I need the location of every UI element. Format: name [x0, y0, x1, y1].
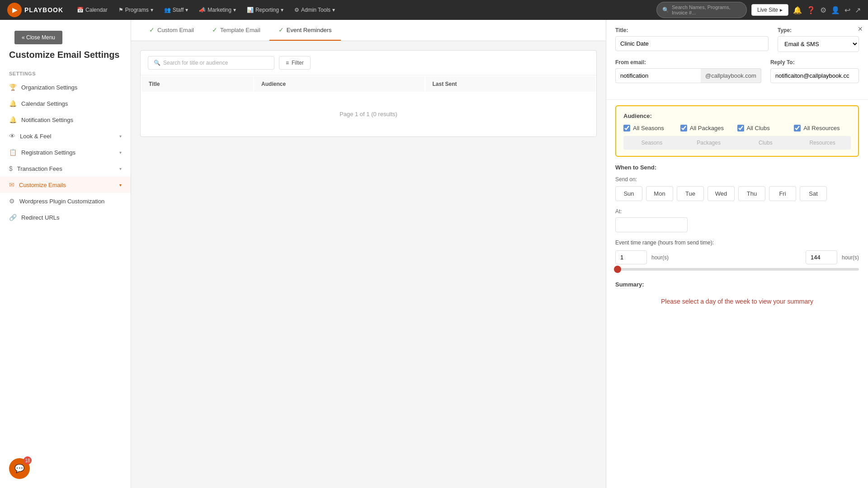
tab-template-email[interactable]: ✓ Template Email [203, 20, 269, 41]
trophy-icon: 🏆 [9, 84, 17, 91]
nav-item-calendar[interactable]: 📅 Calendar [72, 4, 112, 16]
chevron-down-icon: ▾ [119, 134, 122, 139]
audience-filter-tabs: Seasons Packages Clubs Resources [623, 136, 851, 150]
logo[interactable]: ▶ PLAYBOOK [7, 3, 63, 17]
search-input-container[interactable]: 🔍 Search for title or audience [148, 56, 274, 70]
gear-icon: ⚙ [9, 197, 15, 205]
all-packages-checkbox[interactable] [680, 125, 687, 131]
logo-icon: ▶ [7, 3, 22, 17]
summary-message: Please select a day of the week to view … [615, 293, 859, 310]
sidebar-item-redirect-urls[interactable]: 🔗 Redirect URLs [0, 209, 131, 225]
summary-label: Summary: [615, 281, 859, 288]
day-sat[interactable]: Sat [800, 186, 827, 201]
sidebar-item-customize-emails[interactable]: ✉ Customize Emails ▾ [0, 177, 131, 193]
content-and-detail: ✓ Custom Email ✓ Template Email ✓ Event … [131, 20, 868, 488]
range-min-input[interactable] [615, 250, 647, 264]
live-site-button[interactable]: Live Site ▸ [751, 4, 788, 16]
close-panel-button[interactable]: × [858, 24, 863, 34]
nav-item-staff[interactable]: 👥 Staff ▾ [160, 4, 193, 16]
audience-tab-resources[interactable]: Resources [794, 136, 851, 150]
all-clubs-check[interactable]: All Clubs [737, 125, 794, 131]
check-icon-event: ✓ [278, 26, 284, 33]
registration-icon: 📋 [9, 149, 17, 156]
audience-label: Audience: [623, 113, 851, 119]
tabs-bar: ✓ Custom Email ✓ Template Email ✓ Event … [131, 20, 606, 41]
sidebar-item-notification[interactable]: 🔔 Notification Settings [0, 112, 131, 128]
nav-item-programs[interactable]: ⚑ Programs ▾ [114, 4, 158, 16]
day-fri[interactable]: Fri [769, 186, 796, 201]
at-label: At: [615, 208, 859, 215]
day-tue[interactable]: Tue [677, 186, 704, 201]
top-search[interactable]: 🔍 Search Names, Programs, Invoice #... [656, 2, 747, 18]
all-clubs-checkbox[interactable] [737, 125, 744, 131]
external-icon[interactable]: ↗ [855, 6, 861, 14]
all-seasons-checkbox[interactable] [623, 125, 630, 131]
at-time-input[interactable] [615, 217, 688, 232]
range-thumb[interactable] [614, 266, 621, 273]
page-title: Customize Email Settings [0, 50, 131, 67]
day-sun[interactable]: Sun [615, 186, 642, 201]
from-email-label: From email: [615, 59, 761, 66]
tab-event-reminders[interactable]: ✓ Event Reminders [269, 20, 341, 41]
top-navigation: ▶ PLAYBOOK 📅 Calendar ⚑ Programs ▾ 👥 Sta… [0, 0, 868, 20]
help-icon[interactable]: ❓ [807, 6, 816, 14]
audience-checkboxes: All Seasons All Packages All Clubs All R… [623, 125, 851, 131]
chat-widget[interactable]: 💬 18 [9, 458, 30, 479]
filter-button[interactable]: ≡ Filter [279, 56, 311, 70]
title-label: Title: [615, 27, 769, 33]
all-resources-check[interactable]: All Resources [794, 125, 851, 131]
content-area: ✓ Custom Email ✓ Template Email ✓ Event … [131, 20, 606, 488]
tab-custom-email[interactable]: ✓ Custom Email [140, 20, 203, 41]
sidebar-item-registration[interactable]: 📋 Registration Settings ▾ [0, 144, 131, 160]
all-resources-checkbox[interactable] [794, 125, 801, 131]
range-max-input[interactable] [806, 250, 837, 264]
range-inputs: hour(s) hour(s) [615, 250, 859, 264]
reply-to-input[interactable] [770, 68, 859, 83]
sidebar-item-look-feel[interactable]: 👁 Look & Feel ▾ [0, 128, 131, 144]
day-mon[interactable]: Mon [646, 186, 673, 201]
settings-icon[interactable]: ⚙ [820, 6, 826, 14]
col-last-sent: Last Sent [425, 76, 595, 92]
title-input[interactable] [615, 36, 769, 51]
all-seasons-check[interactable]: All Seasons [623, 125, 680, 131]
main-layout: « Close Menu Customize Email Settings SE… [0, 20, 868, 488]
close-menu-button[interactable]: « Close Menu [14, 31, 62, 44]
reply-to-label: Reply To: [770, 59, 859, 66]
chat-badge: 18 [24, 456, 32, 465]
email-detail-panel: × Title: Type: Email & SMS [606, 20, 868, 488]
sidebar-item-calendar[interactable]: 🔔 Calendar Settings [0, 95, 131, 112]
sidebar-item-organization[interactable]: 🏆 Organization Settings [0, 79, 131, 95]
profile-icon[interactable]: 👤 [831, 6, 840, 14]
sidebar-item-wordpress[interactable]: ⚙ Wordpress Plugin Customization [0, 193, 131, 209]
day-wed[interactable]: Wed [708, 186, 735, 201]
table-header-row: Title Audience Last Sent [142, 76, 595, 92]
audience-tab-packages[interactable]: Packages [680, 136, 737, 150]
page-info: Page 1 of 1 (0 results) [149, 97, 588, 131]
chevron-down-icon-3: ▾ [119, 166, 122, 171]
audience-tab-clubs[interactable]: Clubs [737, 136, 794, 150]
notifications-icon[interactable]: 🔔 [793, 6, 802, 14]
calendar-bell-icon: 🔔 [9, 100, 17, 107]
all-packages-check[interactable]: All Packages [680, 125, 737, 131]
nav-item-marketing[interactable]: 📣 Marketing ▾ [194, 4, 241, 16]
day-thu[interactable]: Thu [738, 186, 765, 201]
audience-tab-seasons[interactable]: Seasons [623, 136, 680, 150]
event-range-label: Event time range (hours from send time): [615, 239, 859, 246]
history-icon[interactable]: ↩ [844, 6, 850, 14]
sidebar-item-transaction-fees[interactable]: $ Transaction Fees ▾ [0, 160, 131, 177]
left-panel: « Close Menu Customize Email Settings SE… [0, 20, 131, 488]
type-select[interactable]: Email & SMS [778, 36, 859, 52]
send-on-label: Send on: [615, 176, 859, 183]
check-icon-template: ✓ [212, 26, 217, 33]
check-icon-custom: ✓ [149, 26, 155, 33]
nav-item-admin[interactable]: ⚙ Admin Tools ▾ [290, 4, 340, 16]
nav-item-reporting[interactable]: 📊 Reporting ▾ [242, 4, 288, 16]
range-max-unit: hour(s) [842, 254, 859, 261]
settings-section-label: SETTINGS [0, 67, 131, 79]
day-buttons: Sun Mon Tue Wed Thu Fri Sat [615, 186, 859, 201]
nav-right: 🔍 Search Names, Programs, Invoice #... L… [656, 2, 861, 18]
range-slider-track [615, 268, 859, 271]
from-email-input[interactable] [615, 68, 701, 83]
col-title: Title [142, 76, 253, 92]
when-to-send-section: When to Send: Send on: Sun Mon Tue Wed T… [606, 164, 868, 281]
